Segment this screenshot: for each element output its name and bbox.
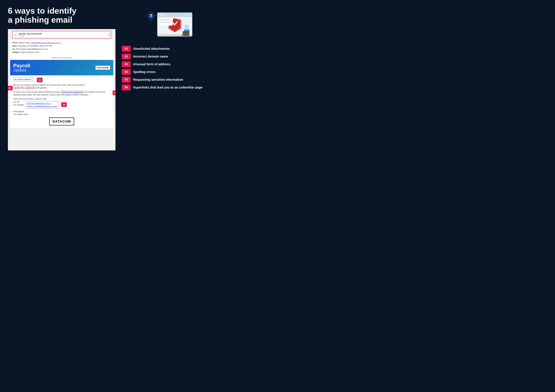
way-label-04: Spelling errors <box>133 70 155 74</box>
way-label-01: Unsolicited attachments <box>133 47 170 50</box>
email-header: From: Payroll Team <internal@comms.datoc… <box>10 40 113 56</box>
para1-end: some glitches. <box>35 87 47 89</box>
email-client: PDF payslip_datcom.pdf.pdf .pdf file ▾ 0… <box>8 29 116 150</box>
email-preheader: Secure your next pay now <box>10 56 113 60</box>
svg-point-12 <box>184 25 189 29</box>
svg-rect-22 <box>150 16 152 18</box>
way-label-06: Hyperlinks that lead you to an unfamilia… <box>133 86 203 89</box>
illustration-area: LOGIN PASSWORD <box>122 8 215 43</box>
from-label: From: <box>12 42 18 44</box>
badge-03: 03 <box>37 78 43 82</box>
sent-value: Thursday, 21 November 2019 1:21 PM <box>18 45 52 47</box>
contact-section: If you have any questions, please email:… <box>13 98 110 108</box>
headline: 6 ways to identify a phishing email <box>8 6 116 24</box>
way-item-03: 03 Unusual form of address <box>122 61 215 67</box>
way-item-05: 05 Requesting sensitive information <box>122 77 215 83</box>
attachment-filename: payslip_datcom.pdf.pdf <box>19 33 106 35</box>
svg-point-21 <box>150 14 152 16</box>
svg-rect-17 <box>183 32 189 35</box>
banner-payroll: Payroll <box>13 63 30 68</box>
attachment-info: payslip_datcom.pdf.pdf .pdf file <box>19 33 106 37</box>
attachment-bar[interactable]: PDF payslip_datcom.pdf.pdf .pdf file ▾ <box>12 31 111 38</box>
svg-point-4 <box>164 14 165 16</box>
contact-labels: For NZ For Australia <box>13 101 24 106</box>
way-number-06: 06 <box>122 85 131 90</box>
way-number-05: 05 <box>122 77 131 83</box>
way-number-03: 03 <box>122 61 131 67</box>
datacom-logo-box: DATACOM <box>49 117 74 125</box>
pdf-icon: PDF <box>15 33 17 36</box>
attachment-filetype: .pdf file <box>19 35 106 37</box>
greeting: Hi valued employee, <box>13 78 33 81</box>
sign-line2: The Payroll Team <box>13 113 110 116</box>
way-item-02: 02 Incorrect domain name <box>122 54 215 59</box>
footer-logo-section: DATACOM <box>13 117 110 125</box>
way-number-04: 04 <box>122 69 131 75</box>
way-label-05: Requesting sensitive information <box>133 78 183 82</box>
au-email-link[interactable]: Payroll_Australia@datacom.com.au <box>27 105 57 108</box>
way-number-02: 02 <box>122 54 131 59</box>
from-line: From: Payroll Team <internal@comms.datoc… <box>12 41 111 44</box>
to-value: John Smith <johns@datacom.co.nz> <box>16 48 48 50</box>
left-column: 6 ways to identify a phishing email PDF … <box>8 6 116 150</box>
para1: 04 We are now on Day 3 since we started … <box>13 84 110 89</box>
subject-value: Payroll systems error <box>21 51 39 53</box>
from-email: <internal@comms.datocom.co.nz> <box>30 42 61 44</box>
way-label-03: Unusual form of address <box>133 62 170 66</box>
contact-au-label: For Australia <box>13 103 24 106</box>
email-signature: Kind regards The Payroll Team <box>13 110 110 116</box>
sign-line1: Kind regards <box>13 110 110 113</box>
para2-start: To ensure your next pay goes ahead witho… <box>13 91 61 93</box>
contact-nz-label: For NZ <box>13 101 24 103</box>
banner-logo: DATACOM <box>95 66 110 70</box>
way-number-01: 01 <box>122 46 131 52</box>
para2-link[interactable]: download the attachment <box>61 91 83 93</box>
para1-text: We are now on Day 3 since we started our… <box>13 84 85 86</box>
banner-update: Update <box>13 68 30 72</box>
way-label-02: Incorrect domain name <box>133 55 168 58</box>
contact-intro: If you have any questions, please email: <box>13 98 47 100</box>
main-container: 6 ways to identify a phishing email PDF … <box>0 0 221 157</box>
svg-rect-11 <box>162 22 171 23</box>
sent-label: Sent: <box>12 45 17 47</box>
email-links: DNZpayroll@datacom.co.nz Payroll_Austral… <box>25 101 58 108</box>
headline-line1: 6 ways to identify <box>8 6 76 15</box>
svg-rect-9 <box>162 19 171 20</box>
to-line: To: John Smith <johns@datacom.co.nz> <box>12 48 111 51</box>
email-content: Hi valued employee, 03 04 We are now on … <box>10 78 113 125</box>
banner-text: Payroll Update <box>13 63 30 72</box>
sent-line: Sent: Thursday, 21 November 2019 1:21 PM <box>12 44 111 48</box>
way-item-01: 01 Unsolicited attachments <box>122 46 215 52</box>
badge-06: 06 <box>61 102 67 107</box>
greeting-text: Hi valued employee, <box>15 78 32 81</box>
badge-04: 04 <box>8 86 13 90</box>
svg-rect-25 <box>157 35 192 36</box>
svg-point-2 <box>160 14 161 16</box>
way-item-04: 04 Spelling errors <box>122 69 215 75</box>
email-banner: Payroll Update DATACOM <box>10 60 113 75</box>
subject-line: Subject: Payroll systems error <box>12 51 111 54</box>
headline-line2: a phishing email <box>8 15 72 24</box>
from-name: Payroll Team <box>19 42 30 44</box>
svg-point-3 <box>162 14 163 16</box>
phishing-illustration: LOGIN PASSWORD <box>143 8 194 41</box>
email-body: Secure your next pay now Payroll Update … <box>10 56 113 128</box>
chevron-down-icon: ▾ <box>108 34 109 36</box>
nz-email-link[interactable]: DNZpayroll@datacom.co.nz <box>27 102 57 105</box>
way-item-06: 06 Hyperlinks that lead you to an unfami… <box>122 85 215 90</box>
spelling-highlight: sysstem has experieced <box>13 86 35 89</box>
badge-05: 05 <box>113 91 116 95</box>
to-label: To: <box>12 48 15 50</box>
subject-label: Subject: <box>12 51 20 53</box>
ways-list: 01 Unsolicited attachments 02 Incorrect … <box>122 46 215 90</box>
para2: To ensure your next pay goes ahead witho… <box>13 91 110 96</box>
right-column: LOGIN PASSWORD <box>122 6 215 150</box>
datacom-logo: DATACOM <box>52 120 71 123</box>
